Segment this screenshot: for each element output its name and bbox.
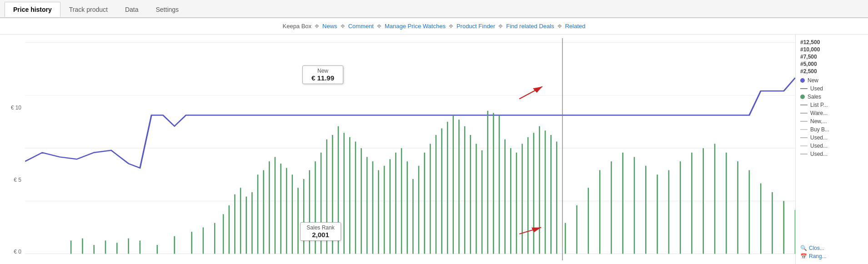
legend-used3-label: Used... — [810, 151, 828, 157]
legend-new-dot — [800, 78, 805, 83]
legend-buybox: Buy B... — [800, 126, 863, 133]
legend-used: Used — [800, 85, 863, 92]
y-label-0: € 0 — [14, 249, 21, 255]
legend-new: New — [800, 77, 863, 84]
legend-list-line — [800, 105, 808, 105]
nav-related[interactable]: Related — [565, 23, 586, 30]
main-area: € 10 € 5 € 0 — [0, 35, 868, 264]
legend-used2-label: Used... — [810, 143, 828, 149]
sidebar-rank-labels: #12,500 #10,000 #7,500 #5,000 #2,500 — [800, 39, 863, 75]
nav-manage-price-watches[interactable]: Manage Price Watches — [385, 23, 446, 30]
tab-settings[interactable]: Settings — [147, 2, 187, 17]
legend-buybox-line — [800, 129, 808, 130]
calendar-icon: 📅 — [800, 253, 807, 259]
legend-used-label: Used — [810, 85, 823, 92]
action-range[interactable]: 📅 Rang... — [800, 253, 863, 259]
nav-comment[interactable]: Comment — [348, 23, 374, 30]
search-icon: 🔍 — [800, 245, 807, 251]
nav-sep-6: ❖ — [557, 23, 562, 30]
nav-product-finder[interactable]: Product Finder — [457, 23, 495, 30]
legend-used3-line — [800, 154, 808, 154]
nav-bar: Keepa Box ❖ News ❖ Comment ❖ Manage Pric… — [0, 18, 868, 35]
legend-sales-dot — [800, 95, 805, 99]
bottom-actions: 🔍 Clos... 📅 Rang... — [800, 245, 863, 259]
legend-ware-label: Ware... — [810, 110, 828, 116]
tab-price-history[interactable]: Price history — [5, 2, 60, 17]
nav-sep-4: ❖ — [448, 23, 454, 30]
chart-svg-wrapper: New € 11.99 Sales Rank 2,001 — [25, 38, 795, 260]
legend-ware-line — [800, 113, 808, 114]
action-close[interactable]: 🔍 Clos... — [800, 245, 863, 251]
right-sidebar: #12,500 #10,000 #7,500 #5,000 #2,500 New… — [795, 35, 868, 264]
legend-used-line — [800, 88, 808, 89]
legend-sales-label: Sales — [808, 94, 821, 100]
rank-7500: #7,500 — [800, 54, 863, 60]
legend-used2: Used... — [800, 143, 863, 149]
legend-ware: Ware... — [800, 110, 863, 116]
rank-12500: #12,500 — [800, 39, 863, 45]
nav-find-related-deals[interactable]: Find related Deals — [506, 23, 554, 30]
legend-buybox-label: Buy B... — [810, 126, 829, 133]
tab-bar: Price history Track product Data Setting… — [0, 0, 868, 18]
chart-container: € 10 € 5 € 0 — [0, 35, 795, 264]
legend-used1-label: Used... — [810, 134, 828, 141]
legend-used2-line — [800, 145, 808, 146]
nav-sep-5: ❖ — [498, 23, 503, 30]
nav-sep-1: ❖ — [314, 23, 320, 30]
rank-2500: #2,500 — [800, 68, 863, 75]
legend-newx-label: New,... — [810, 118, 827, 125]
legend-newx-line — [800, 121, 808, 122]
legend-used1-line — [800, 137, 808, 138]
legend-section: New Used Sales List P... Ware... New,... — [800, 77, 863, 157]
legend-used3: Used... — [800, 151, 863, 157]
nav-keepa-box: Keepa Box — [283, 23, 312, 30]
y-label-10: € 10 — [11, 105, 21, 111]
chart-svg — [25, 38, 795, 260]
y-axis: € 10 € 5 € 0 — [0, 35, 25, 264]
action-close-label: Clos... — [809, 245, 824, 251]
y-label-5: € 5 — [14, 177, 21, 183]
nav-sep-2: ❖ — [340, 23, 346, 30]
action-range-label: Rang... — [809, 253, 827, 259]
legend-used1: Used... — [800, 134, 863, 141]
tab-data[interactable]: Data — [116, 2, 147, 17]
rank-5000: #5,000 — [800, 61, 863, 67]
legend-list: List P... — [800, 102, 863, 108]
legend-new-label: New — [808, 77, 818, 84]
tab-track-product[interactable]: Track product — [60, 2, 116, 17]
nav-news[interactable]: News — [322, 23, 337, 30]
svg-line-98 — [519, 87, 542, 99]
legend-sales: Sales — [800, 94, 863, 100]
legend-newx: New,... — [800, 118, 863, 125]
legend-list-label: List P... — [810, 102, 828, 108]
nav-sep-3: ❖ — [376, 23, 382, 30]
rank-10000: #10,000 — [800, 46, 863, 53]
